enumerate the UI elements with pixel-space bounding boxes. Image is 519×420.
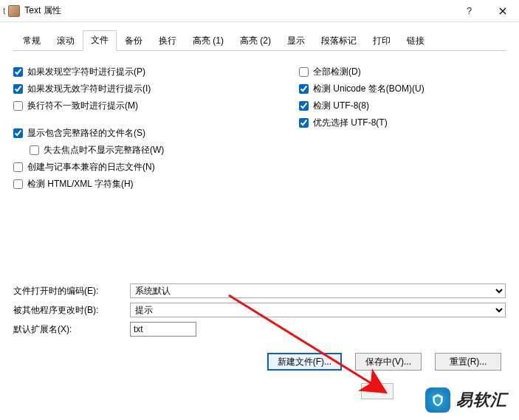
new-file-button[interactable]: 新建文件(F)... xyxy=(267,353,342,371)
chk-notepad-compat-box[interactable] xyxy=(13,162,23,172)
reset-button[interactable]: 重置(R)... xyxy=(435,353,501,371)
chk-show-fullpath-box[interactable] xyxy=(13,128,23,138)
button-row: 新建文件(F)... 保存中(V)... 重置(R)... xyxy=(13,353,506,371)
right-column: 全部检测(D) 检测 Unicode 签名(BOM)(U) 检测 UTF-8(8… xyxy=(299,61,506,195)
chk-prompt-eol[interactable]: 换行符不一致时进行提示(M) xyxy=(13,100,269,112)
close-icon xyxy=(499,7,506,15)
chk-hide-path-unfocus-box[interactable] xyxy=(30,145,39,155)
close-button[interactable] xyxy=(486,0,519,22)
chk-prompt-eol-label: 换行符不一致时进行提示(M) xyxy=(27,100,138,112)
chk-detect-utf8-label: 检测 UTF-8(8) xyxy=(313,100,369,112)
changed-select[interactable]: 提示 xyxy=(130,303,506,317)
tab-paragraph[interactable]: 段落标记 xyxy=(313,31,365,51)
tab-display[interactable]: 显示 xyxy=(279,31,313,51)
chk-detect-bom-box[interactable] xyxy=(299,84,309,94)
chk-detect-htmlxml-box[interactable] xyxy=(13,179,23,189)
chk-detect-all[interactable]: 全部检测(D) xyxy=(299,66,506,78)
chk-detect-all-box[interactable] xyxy=(299,67,309,77)
chk-prompt-invalid[interactable]: 如果发现无效字符时进行提示(I) xyxy=(13,83,269,95)
ext-input[interactable] xyxy=(130,322,196,337)
app-icon xyxy=(8,5,20,17)
chk-prompt-nullchar[interactable]: 如果发现空字符时进行提示(P) xyxy=(13,66,269,78)
chk-prompt-invalid-label: 如果发现无效字符时进行提示(I) xyxy=(27,83,151,95)
help-button[interactable]: ? xyxy=(453,0,486,22)
chk-show-fullpath[interactable]: 显示包含完整路径的文件名(S) xyxy=(13,127,269,140)
encoding-label: 文件打开时的编码(E): xyxy=(13,285,124,297)
chk-hide-path-unfocus-label: 失去焦点时不显示完整路径(W) xyxy=(44,144,164,156)
chk-prompt-eol-box[interactable] xyxy=(13,101,23,111)
chk-prefer-utf8[interactable]: 优先选择 UTF-8(T) xyxy=(299,117,506,129)
chk-prompt-nullchar-box[interactable] xyxy=(13,67,23,77)
tab-highlight-2[interactable]: 高亮 (2) xyxy=(232,31,279,51)
window-edge-char: t xyxy=(3,6,5,16)
titlebar: t Text 属性 ? xyxy=(0,0,519,22)
chk-hide-path-unfocus[interactable]: 失去焦点时不显示完整路径(W) xyxy=(30,144,269,156)
left-column: 如果发现空字符时进行提示(P) 如果发现无效字符时进行提示(I) 换行符不一致时… xyxy=(13,61,269,195)
logo-badge-icon xyxy=(425,388,450,413)
ext-label: 默认扩展名(X): xyxy=(13,323,124,336)
chk-prefer-utf8-label: 优先选择 UTF-8(T) xyxy=(313,117,388,129)
tab-bar: 常规 滚动 文件 备份 换行 高亮 (1) 高亮 (2) 显示 段落标记 打印 … xyxy=(13,30,506,51)
chk-detect-htmlxml-label: 检测 HTML/XML 字符集(H) xyxy=(27,178,134,190)
chk-show-fullpath-label: 显示包含完整路径的文件名(S) xyxy=(27,127,145,140)
chk-detect-htmlxml[interactable]: 检测 HTML/XML 字符集(H) xyxy=(13,178,269,190)
chk-prompt-invalid-box[interactable] xyxy=(13,84,23,94)
chk-notepad-compat[interactable]: 创建与记事本兼容的日志文件(N) xyxy=(13,161,269,173)
chk-notepad-compat-label: 创建与记事本兼容的日志文件(N) xyxy=(27,161,155,173)
chk-prefer-utf8-box[interactable] xyxy=(299,118,309,128)
chk-detect-all-label: 全部检测(D) xyxy=(313,66,361,78)
window-title: Text 属性 xyxy=(24,4,61,17)
chk-prompt-nullchar-label: 如果发现空字符时进行提示(P) xyxy=(27,66,145,78)
chk-detect-bom[interactable]: 检测 Unicode 签名(BOM)(U) xyxy=(299,83,506,95)
changed-label: 被其他程序更改时(B): xyxy=(13,304,124,317)
tab-wrap[interactable]: 换行 xyxy=(151,31,185,51)
chk-detect-utf8[interactable]: 检测 UTF-8(8) xyxy=(299,100,506,112)
encoding-select[interactable]: 系统默认 xyxy=(130,283,506,298)
tab-highlight-1[interactable]: 高亮 (1) xyxy=(185,31,232,51)
tab-file[interactable]: 文件 xyxy=(83,30,117,51)
tab-backup[interactable]: 备份 xyxy=(117,31,151,51)
logo-text: 易软汇 xyxy=(456,389,507,411)
saving-button[interactable]: 保存中(V)... xyxy=(355,353,422,371)
tab-link[interactable]: 链接 xyxy=(399,31,433,51)
cutoff-button[interactable] xyxy=(361,383,393,399)
form-area: 文件打开时的编码(E): 系统默认 被其他程序更改时(B): 提示 默认扩展名(… xyxy=(13,283,506,337)
tab-scroll[interactable]: 滚动 xyxy=(49,31,83,51)
chk-detect-utf8-box[interactable] xyxy=(299,101,309,111)
watermark-logo: 易软汇 xyxy=(425,388,507,413)
tab-print[interactable]: 打印 xyxy=(365,31,399,51)
tab-general[interactable]: 常规 xyxy=(15,31,49,51)
chk-detect-bom-label: 检测 Unicode 签名(BOM)(U) xyxy=(313,83,425,95)
